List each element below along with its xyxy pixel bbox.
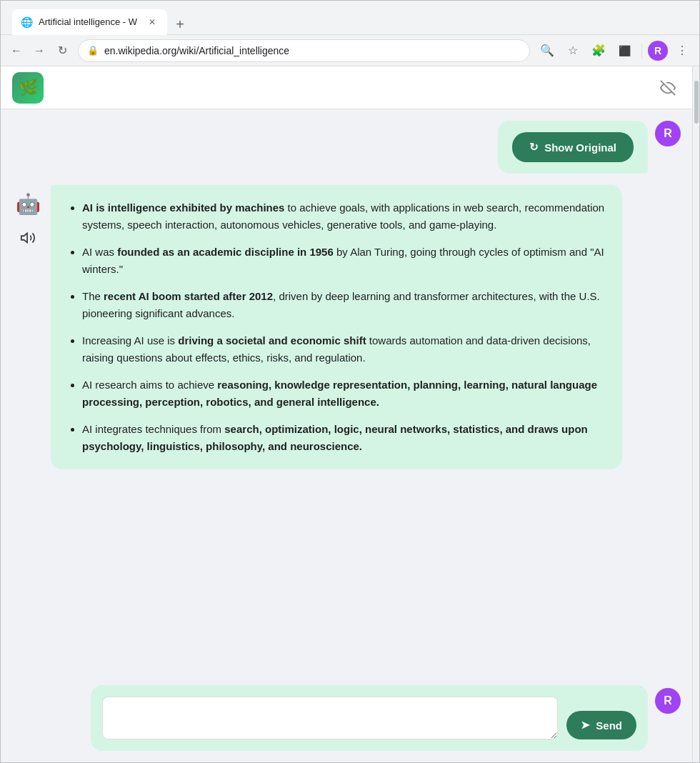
extensions2-button[interactable]: ⬛	[613, 39, 636, 62]
chat-container: 🌿 ↻ Show Original	[1, 66, 692, 762]
send-label: Send	[596, 719, 622, 732]
input-row: ➤ Send R	[1, 685, 692, 762]
back-button[interactable]: ←	[6, 41, 26, 61]
send-icon: ➤	[581, 719, 590, 732]
browser-titlebar: 🌐 Artificial intelligence - W ✕ +	[1, 1, 699, 35]
new-tab-button[interactable]: +	[170, 15, 190, 35]
send-button[interactable]: ➤ Send	[566, 711, 636, 739]
tab-strip: 🌐 Artificial intelligence - W ✕ +	[12, 1, 190, 35]
extension-logo: 🌿	[12, 72, 44, 104]
bullet-item-3: The recent AI boom started after 2012, d…	[82, 288, 605, 322]
ai-avatar-col: 🤖	[12, 185, 44, 249]
user-bubble: ↻ Show Original	[498, 121, 648, 174]
audio-button[interactable]	[16, 226, 39, 249]
scrollbar-thumb[interactable]	[694, 81, 699, 124]
messages-area: ↻ Show Original R 🤖	[1, 109, 692, 685]
bullet-item-6: AI integrates techniques from search, op…	[82, 421, 605, 455]
extension-header: 🌿	[1, 66, 692, 109]
lock-icon: 🔒	[87, 45, 99, 56]
profile-button[interactable]: R	[648, 41, 668, 61]
input-bubble: ➤ Send	[91, 685, 648, 751]
user-message-row: ↻ Show Original R	[12, 121, 681, 174]
browser-frame: 🌐 Artificial intelligence - W ✕ + ← → ↻ …	[0, 0, 700, 763]
logo-icon: 🌿	[19, 79, 38, 97]
bullet-item-4: Increasing AI use is driving a societal …	[82, 332, 605, 366]
show-original-button[interactable]: ↻ Show Original	[512, 132, 634, 162]
scrollbar[interactable]	[692, 66, 699, 762]
tab-close-button[interactable]: ✕	[146, 16, 159, 29]
ai-bubble: AI is intelligence exhibited by machines…	[51, 185, 622, 469]
bullet-item-1: AI is intelligence exhibited by machines…	[82, 199, 605, 234]
show-original-label: Show Original	[544, 141, 616, 154]
user-avatar: R	[655, 121, 681, 146]
bullet-list: AI is intelligence exhibited by machines…	[68, 199, 605, 455]
ai-message-row: 🤖 AI is intelligence exhi	[12, 185, 681, 469]
browser-toolbar: ← → ↻ 🔒 en.wikipedia.org/wiki/Artificial…	[1, 35, 699, 66]
svg-marker-1	[21, 234, 27, 243]
refresh-icon: ↻	[529, 141, 539, 154]
forward-button[interactable]: →	[29, 41, 49, 61]
tab-favicon: 🌐	[21, 16, 33, 28]
active-tab[interactable]: 🌐 Artificial intelligence - W ✕	[12, 9, 167, 35]
bullet-item-5: AI research aims to achieve reasoning, k…	[82, 376, 605, 411]
search-icon-button[interactable]: 🔍	[536, 39, 559, 62]
refresh-button[interactable]: ↻	[52, 41, 72, 61]
bullet-item-2: AI was founded as an academic discipline…	[82, 244, 605, 278]
extensions-button[interactable]: 🧩	[587, 39, 610, 62]
menu-button[interactable]: ⋮	[671, 39, 694, 62]
bookmark-button[interactable]: ☆	[561, 39, 584, 62]
tab-title: Artificial intelligence - W	[39, 16, 137, 27]
message-input[interactable]	[102, 697, 558, 739]
input-user-avatar: R	[655, 688, 681, 714]
browser-content: 🌿 ↻ Show Original	[1, 66, 699, 762]
toolbar-icons: 🔍 ☆ 🧩 ⬛ R ⋮	[536, 39, 694, 62]
ai-avatar: 🤖	[12, 188, 44, 219]
address-bar[interactable]: 🔒 en.wikipedia.org/wiki/Artificial_intel…	[78, 39, 530, 62]
hide-button[interactable]	[655, 75, 681, 101]
url-text: en.wikipedia.org/wiki/Artificial_intelli…	[104, 45, 521, 56]
